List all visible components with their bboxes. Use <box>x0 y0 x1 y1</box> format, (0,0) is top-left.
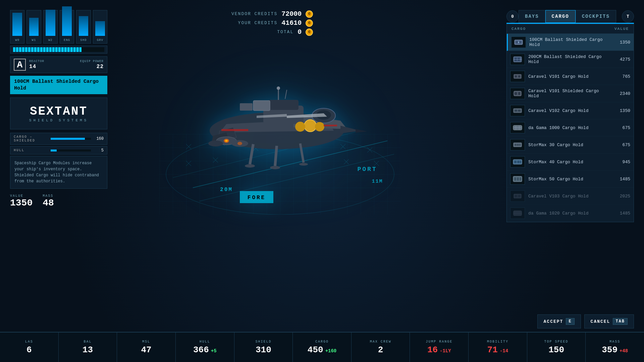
cargo-item-4[interactable]: Caravel V102 Cargo Hold 1350 <box>507 102 634 119</box>
cargo-item-2[interactable]: Caravel V101 Cargo Hold 765 <box>507 68 634 85</box>
power-bar-container <box>10 46 107 54</box>
svg-rect-76 <box>515 92 517 95</box>
tab-bays[interactable]: BAYS <box>519 10 545 23</box>
value-block: VALUE 1350 <box>10 194 33 208</box>
hull-stat-label: HULL <box>10 146 51 154</box>
cargo-stat-bar-track <box>51 138 91 140</box>
description-text: Spaceship Cargo Modules increase your sh… <box>14 161 99 184</box>
svg-point-67 <box>518 42 519 43</box>
cargo-item-9[interactable]: Caravel V103 Cargo Hold 2025 <box>507 188 634 205</box>
slot-bar-fill-grv <box>95 21 105 36</box>
cargo-item-8[interactable]: StorMax 50 Cargo Hold 1485 <box>507 171 634 188</box>
slot-bar-w2[interactable]: W2 <box>43 10 58 44</box>
svg-rect-99 <box>515 195 517 197</box>
svg-rect-78 <box>513 93 515 94</box>
svg-text:11M: 11M <box>372 179 383 184</box>
cargo-value-0: 1350 <box>615 40 630 45</box>
slot-bar-label-grv: GRV <box>97 39 103 42</box>
cargo-value-1: 4275 <box>615 57 630 62</box>
accept-key-badge: E <box>566 318 574 325</box>
stat-bal: BAL 13 <box>59 333 117 362</box>
cargo-item-7[interactable]: StorMax 40 Cargo Hold 945 <box>507 154 634 171</box>
stat-msl-label: MSL <box>142 340 150 344</box>
svg-rect-92 <box>517 161 520 163</box>
slot-bar-w1[interactable]: W1 <box>26 10 41 44</box>
stat-mass-value: 359 <box>602 345 618 355</box>
cancel-key-badge: TAB <box>613 318 628 325</box>
cargo-icon-9 <box>510 190 525 202</box>
cargo-name-3: Caravel V101 Shielded Cargo Hold <box>528 88 612 99</box>
hull-stat-bar-track <box>51 149 91 152</box>
tab-zero[interactable]: 0 <box>506 10 519 22</box>
cargo-value-7: 945 <box>615 160 630 165</box>
cargo-item-1[interactable]: 200CM Ballast Shielded Cargo Hold 4275 <box>507 51 634 68</box>
stat-las-value: 6 <box>26 345 32 355</box>
stat-hull-label: HULL <box>200 340 210 344</box>
stat-shield-label: SHIELD <box>255 340 271 344</box>
cargo-list-panel: CARGO VALUE 100CM Ballast Shielded Cargo… <box>506 24 634 222</box>
mass-block: MASS 48 <box>43 194 54 208</box>
tab-cargo[interactable]: CaRGO <box>545 10 576 23</box>
slot-bar-shd[interactable]: SHD <box>76 10 91 44</box>
svg-text:20M: 20M <box>220 187 233 193</box>
cargo-icon-6 <box>510 139 525 150</box>
cargo-value-3: 2340 <box>615 91 630 96</box>
vendor-credits-row: VENDOR CREDITS 72000 © <box>231 10 313 18</box>
reactor-row: A REACTOR 14 EQUIP POWER 22 <box>10 56 107 73</box>
svg-point-60 <box>277 86 280 90</box>
cargo-list-header-value: VALUE <box>614 27 629 31</box>
stat-shield-value: 310 <box>256 345 271 355</box>
slot-bar-w0[interactable]: W0 <box>10 10 24 44</box>
hull-stat-value: 5 <box>94 148 107 153</box>
cargo-item-5[interactable]: da Gama 1000 Cargo Hold 675 <box>507 119 634 136</box>
slot-bar-fill-w1 <box>29 18 39 36</box>
cargo-name-6: StorMax 30 Cargo Hold <box>528 142 612 147</box>
svg-rect-91 <box>514 161 517 163</box>
slot-bar-label-shd: SHD <box>80 39 87 42</box>
cargo-item-0[interactable]: 100CM Ballast Shielded Cargo Hold 1350 <box>507 34 634 51</box>
svg-rect-81 <box>518 110 521 112</box>
cargo-name-5: da Gama 1000 Cargo Hold <box>528 125 612 130</box>
slot-bar-grv[interactable]: GRV <box>93 10 107 44</box>
stat-mass: MASS 359 +48 <box>586 333 644 362</box>
cargo-list-header-cargo: CARGO <box>512 27 526 31</box>
value-label: VALUE <box>10 194 33 198</box>
stat-shield: SHIELD 310 <box>234 333 293 362</box>
svg-rect-77 <box>518 92 520 95</box>
svg-rect-100 <box>518 195 520 197</box>
svg-rect-73 <box>515 75 517 77</box>
stat-las: LAS 6 <box>0 333 59 362</box>
reactor-value: 14 <box>29 64 65 70</box>
cargo-icon-5 <box>510 122 525 133</box>
stat-top-speed: TOP SPEED 150 <box>527 333 586 362</box>
accept-button[interactable]: ACCEPT E <box>537 314 581 328</box>
stat-top-speed-label: TOP SPEED <box>544 340 569 344</box>
brand-sub: SHIELD SYSTEMS <box>17 118 100 122</box>
svg-rect-38 <box>253 101 270 111</box>
stat-cargo-label: CARGO <box>315 340 329 344</box>
credits-icon-total: © <box>306 28 313 36</box>
cargo-stat-label: CARGO – SHIELDED <box>10 133 51 144</box>
cargo-item-3[interactable]: Caravel V101 Shielded Cargo Hold 2340 <box>507 85 634 102</box>
stat-mobility-delta: -14 <box>500 348 508 354</box>
bottom-actions: ACCEPT E CANCEL TAB <box>537 314 634 328</box>
value-val: 1350 <box>10 198 33 208</box>
stat-cargo-value: 450 <box>308 345 323 355</box>
cargo-name-8: StorMax 50 Cargo Hold <box>528 177 612 182</box>
stat-cargo-delta: +160 <box>325 348 337 354</box>
equip-power-label: EQUIP POWER <box>68 60 104 63</box>
cargo-item-10[interactable]: da Gama 1020 Cargo Hold 1485 <box>507 205 634 222</box>
tab-cockpits[interactable]: COCKPITS <box>576 10 616 23</box>
stat-mass-delta: +48 <box>620 348 628 354</box>
tab-t[interactable]: T <box>622 10 634 22</box>
brand-logo: SEXTANT SHIELD SYSTEMS <box>10 98 107 129</box>
svg-rect-39 <box>240 103 253 111</box>
cargo-item-6[interactable]: StorMax 30 Cargo Hold 675 <box>507 136 634 154</box>
hull-stat-bar-fill <box>51 149 57 152</box>
cancel-button[interactable]: CANCEL TAB <box>584 314 634 328</box>
svg-point-49 <box>225 140 228 142</box>
svg-rect-96 <box>517 177 519 181</box>
slot-bar-eng[interactable]: ENG <box>60 10 74 44</box>
cargo-name-0: 100CM Ballast Shielded Cargo Hold <box>529 37 612 47</box>
total-value: 0 <box>298 28 302 36</box>
